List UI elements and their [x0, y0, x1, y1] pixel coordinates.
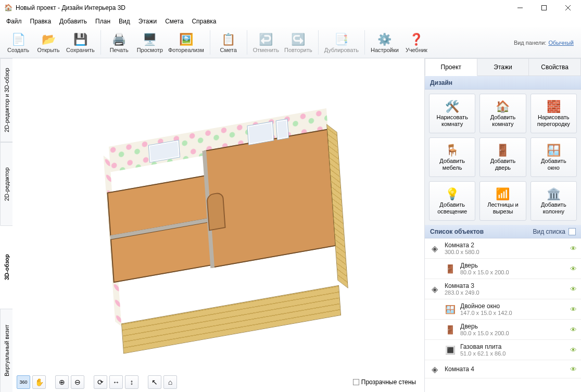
open-icon: 📂 [42, 32, 56, 47]
save-button[interactable]: 💾Сохранить [64, 28, 97, 57]
add-light-icon: 💡 [445, 187, 459, 201]
object-item[interactable]: 🔳Газовая плита51.0 x 62.1 x 86.0👁 [425, 340, 581, 360]
add-furniture-tool[interactable]: 🪑Добавить мебель [429, 137, 475, 177]
object-item[interactable]: ◈Комната 2300.0 x 580.0👁 [425, 238, 581, 259]
menu-этажи[interactable]: Этажи [134, 17, 161, 26]
estimate-label: Смета [220, 47, 237, 53]
print-icon: 🖨️ [112, 32, 126, 47]
visibility-eye-icon[interactable]: 👁 [570, 285, 577, 293]
transparent-walls-label: Прозрачные стены [361, 378, 416, 386]
menu-добавить[interactable]: Добавить [55, 17, 91, 26]
menu-справка[interactable]: Справка [187, 17, 220, 26]
draw-wall-label: Нарисовать перегородку [537, 114, 570, 128]
object-name: Комната 3 [445, 282, 479, 289]
tutorial-button[interactable]: ❓Учебник [401, 28, 432, 57]
object-room-icon: ◈ [429, 363, 440, 375]
object-room-icon: ◈ [429, 283, 440, 295]
print-label: Печать [110, 47, 129, 53]
objects-list[interactable]: ◈Комната 2300.0 x 580.0👁🚪Дверь80.0 x 15.… [425, 238, 581, 392]
minimize-button[interactable] [508, 1, 532, 15]
object-name: Комната 2 [445, 242, 479, 249]
object-dimensions: 80.0 x 15.0 x 200.0 [460, 330, 509, 336]
open-button[interactable]: 📂Открыть [33, 28, 64, 57]
object-item[interactable]: 🚪Дверь80.0 x 15.0 x 200.0👁 [425, 259, 581, 279]
view-tool-zoom-in[interactable]: ⊕ [55, 375, 69, 389]
visibility-eye-icon[interactable]: 👁 [570, 326, 577, 334]
draw-room-icon: 🛠️ [445, 99, 459, 114]
view-tool-orbit-360[interactable]: 360 [17, 375, 30, 389]
window-title: Новый проект - Дизайн Интерьера 3D [16, 4, 125, 11]
view-tool-flip-h[interactable]: ↔ [109, 375, 123, 389]
duplicate-icon: 📑 [334, 32, 348, 47]
view-tool-flip-v[interactable]: ↕ [125, 375, 138, 389]
visibility-eye-icon[interactable]: 👁 [570, 265, 577, 273]
menu-смета[interactable]: Смета [161, 17, 187, 26]
scene-canvas[interactable] [17, 62, 420, 372]
object-room-icon: ◈ [429, 243, 440, 254]
visibility-eye-icon[interactable]: 👁 [570, 245, 577, 252]
undo-label: Отменить [253, 47, 279, 53]
draw-room-tool[interactable]: 🛠️Нарисовать комнату [429, 94, 475, 133]
close-button[interactable] [556, 1, 580, 15]
realism-button[interactable]: 🖼️Фотореализм [166, 28, 207, 57]
create-button[interactable]: 📄Создать [3, 28, 33, 57]
visibility-eye-icon[interactable]: 👁 [570, 365, 577, 373]
draw-wall-tool[interactable]: 🧱Нарисовать перегородку [531, 94, 577, 133]
undo-icon: ↩️ [259, 32, 273, 47]
print-button[interactable]: 🖨️Печать [104, 28, 134, 57]
visibility-eye-icon[interactable]: 👁 [570, 346, 577, 354]
add-door-tool[interactable]: 🚪Добавить дверь [479, 137, 526, 177]
view-tool-select[interactable]: ↖ [148, 375, 161, 389]
redo-label: Повторить [284, 47, 312, 53]
view-tool-rotate[interactable]: ⟳ [94, 375, 107, 389]
left-tab-2d-3d-review[interactable]: 2D-редактор и 3D-обзор [0, 58, 12, 142]
menu-файл[interactable]: Файл [2, 17, 26, 26]
object-item[interactable]: 🚪Дверь80.0 x 15.0 x 200.0👁 [425, 320, 581, 340]
object-stove-icon: 🔳 [445, 344, 456, 356]
right-panel: ПроектЭтажиСвойства Дизайн 🛠️Нарисовать … [425, 58, 581, 392]
objects-list-mode-label[interactable]: Вид списка [533, 228, 565, 235]
visibility-eye-icon[interactable]: 👁 [570, 306, 577, 313]
add-room-icon: 🏠 [496, 99, 510, 114]
add-room-tool[interactable]: 🏠Добавить комнату [479, 94, 526, 133]
object-dimensions: 300.0 x 580.0 [445, 249, 479, 255]
menu-правка[interactable]: Правка [26, 17, 56, 26]
add-furniture-label: Добавить мебель [439, 158, 465, 171]
tutorial-icon: ❓ [409, 32, 423, 47]
menu-вид[interactable]: Вид [115, 17, 134, 26]
panel-view-mode-link[interactable]: Обычный [548, 40, 574, 46]
left-tab-virtual-visit[interactable]: Виртуальный визит [0, 309, 12, 392]
right-tab-properties[interactable]: Свойства [529, 58, 581, 76]
menu-план[interactable]: План [91, 17, 115, 26]
view-tool-home[interactable]: ⌂ [163, 375, 177, 389]
right-tab-floors[interactable]: Этажи [477, 58, 529, 76]
transparent-walls-toggle[interactable]: Прозрачные стены [353, 378, 416, 386]
list-mode-icon[interactable] [569, 228, 576, 235]
add-window-tool[interactable]: 🪟Добавить окно [531, 137, 577, 177]
viewport-toolbar: 360✋⊕⊖⟳↔↕↖⌂ Прозрачные стены [17, 374, 420, 390]
redo-icon: ↪️ [291, 32, 305, 47]
app-icon: 🏠 [4, 4, 12, 12]
realism-icon: 🖼️ [179, 32, 193, 47]
left-tab-3d-review[interactable]: 3D-обзор [0, 225, 12, 309]
object-dimensions: 51.0 x 62.1 x 86.0 [460, 350, 506, 357]
maximize-button[interactable] [532, 1, 556, 15]
preview-button[interactable]: 🖥️Просмотр [134, 28, 166, 57]
object-item[interactable]: ◈Комната 3283.0 x 249.0👁 [425, 279, 581, 299]
add-column-tool[interactable]: 🏛️Добавить колонну [531, 181, 577, 221]
view-tool-zoom-out[interactable]: ⊖ [71, 375, 84, 389]
view-tool-pan[interactable]: ✋ [32, 375, 46, 389]
titlebar: 🏠 Новый проект - Дизайн Интерьера 3D [0, 0, 581, 16]
panel-view-switch: Вид панели: Обычный [514, 28, 578, 57]
object-item[interactable]: 🪟Двойное окно147.0 x 15.0 x 142.0👁 [425, 299, 581, 320]
estimate-button[interactable]: 📋Смета [213, 28, 244, 57]
left-tab-2d-editor[interactable]: 2D-редактор [0, 142, 12, 225]
object-item[interactable]: ◈Комната 4👁 [425, 360, 581, 378]
add-light-tool[interactable]: 💡Добавить освещение [429, 181, 475, 221]
preview-label: Просмотр [137, 47, 163, 53]
add-door-label: Добавить дверь [490, 158, 516, 171]
viewport-3d[interactable]: 360✋⊕⊖⟳↔↕↖⌂ Прозрачные стены [12, 58, 425, 392]
stairs-tool[interactable]: 📶Лестницы и вырезы [479, 181, 526, 221]
right-tab-project[interactable]: Проект [425, 58, 477, 76]
settings-button[interactable]: ⚙️Настройки [368, 28, 401, 57]
